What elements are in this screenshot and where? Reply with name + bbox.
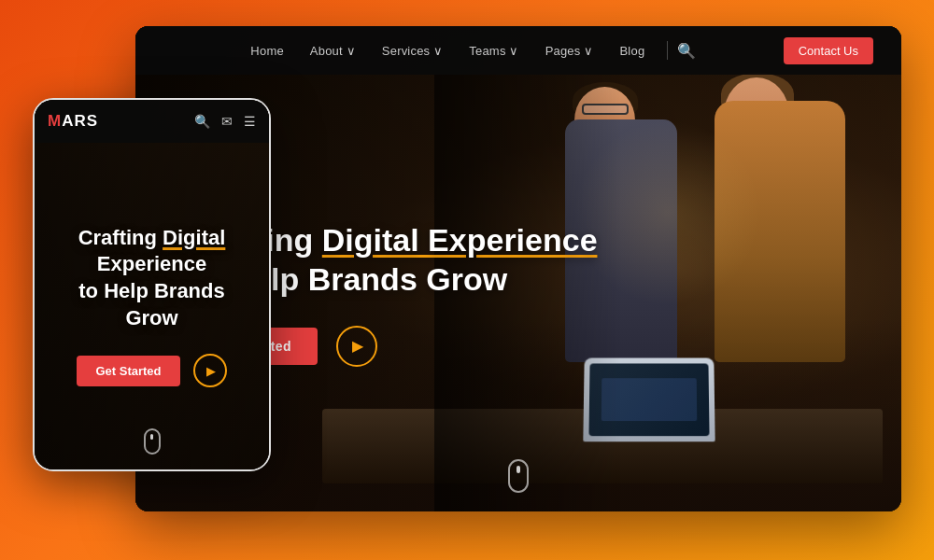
nav-pages[interactable]: Pages ∨ xyxy=(532,44,607,58)
mobile-play-button[interactable]: ▶ xyxy=(193,354,227,387)
hero-title-highlight: Digital Experience xyxy=(322,222,598,258)
mobile-logo: MARS xyxy=(48,112,98,131)
desktop-hero-title: Crafting Digital Experience to Help Bran… xyxy=(191,220,845,300)
scroll-dot xyxy=(517,466,520,473)
desktop-navbar: Home About ∨ Services ∨ Teams ∨ Pages ∨ … xyxy=(135,26,901,75)
mobile-title-line3: to Help Brands xyxy=(78,279,224,302)
desktop-scroll-indicator xyxy=(508,459,529,493)
desktop-play-button[interactable]: ▶ xyxy=(336,326,377,367)
mobile-hero-content: Crafting Digital Experience to Help Bran… xyxy=(35,143,269,469)
nav-blog[interactable]: Blog xyxy=(607,44,658,58)
mobile-logo-text: ARS xyxy=(62,112,98,130)
mobile-title-line2: Experience xyxy=(97,252,206,275)
mobile-hero-title: Crafting Digital Experience to Help Bran… xyxy=(51,225,252,331)
mobile-nav-icons: 🔍 ✉ ☰ xyxy=(194,114,256,129)
nav-about[interactable]: About ∨ xyxy=(297,44,369,58)
mobile-title-line4: Grow xyxy=(125,306,177,329)
nav-links-container: Home About ∨ Services ∨ Teams ∨ Pages ∨ … xyxy=(163,41,784,60)
nav-teams[interactable]: Teams ∨ xyxy=(456,44,531,58)
contact-us-button[interactable]: Contact Us xyxy=(784,37,873,64)
mobile-play-icon: ▶ xyxy=(206,364,216,378)
nav-home[interactable]: Home xyxy=(237,44,296,58)
mobile-hero-actions: Get Started ▶ xyxy=(51,354,252,387)
desktop-play-icon: ▶ xyxy=(352,337,363,355)
mobile-get-started-button[interactable]: Get Started xyxy=(77,356,179,386)
scroll-mouse-icon xyxy=(508,459,529,493)
mobile-search-icon[interactable]: 🔍 xyxy=(194,114,210,129)
mobile-logo-dot: M xyxy=(48,112,62,130)
mobile-mail-icon[interactable]: ✉ xyxy=(221,114,233,129)
mobile-scroll-indicator xyxy=(144,428,161,455)
mobile-scroll-mouse-icon xyxy=(144,428,161,455)
mobile-menu-icon[interactable]: ☰ xyxy=(244,114,256,129)
mobile-title-prefix: Crafting xyxy=(78,226,163,249)
mobile-title-highlight: Digital xyxy=(163,226,225,249)
desktop-search-icon[interactable]: 🔍 xyxy=(677,42,696,60)
nav-services[interactable]: Services ∨ xyxy=(369,44,456,58)
mobile-navbar: MARS 🔍 ✉ ☰ xyxy=(35,100,269,143)
nav-separator xyxy=(667,41,668,60)
mobile-screen: MARS 🔍 ✉ ☰ Crafting Digital Experience t… xyxy=(35,100,269,469)
desktop-hero-actions: Get Started ▶ xyxy=(191,326,845,367)
mobile-mockup: MARS 🔍 ✉ ☰ Crafting Digital Experience t… xyxy=(33,98,271,471)
mobile-scroll-dot xyxy=(150,434,153,440)
